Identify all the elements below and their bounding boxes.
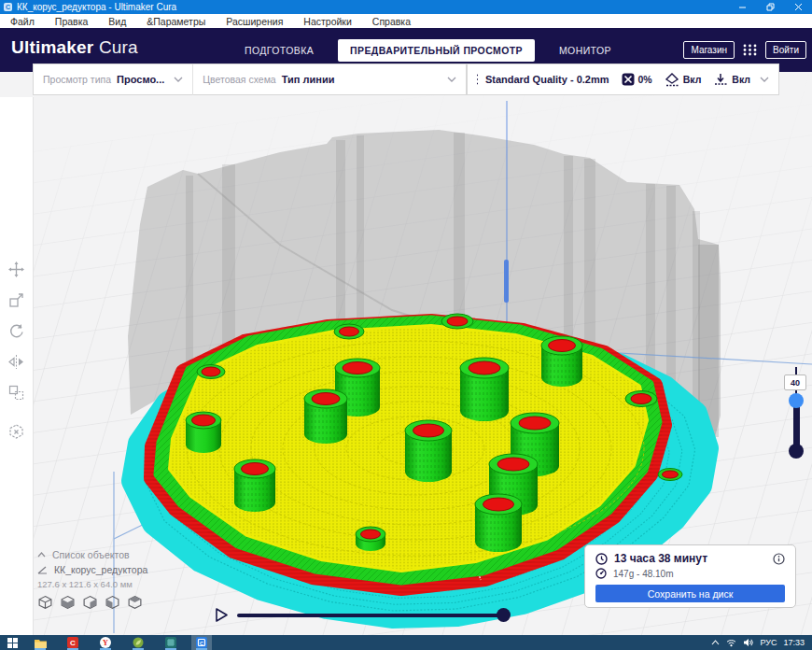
taskbar-explorer[interactable] [30,635,50,650]
minimize-icon [738,3,747,11]
window-title: КК_корус_редуктора - Ultimaker Cura [17,2,176,12]
apps-grid-icon[interactable] [742,42,758,58]
color-scheme-dropdown[interactable]: Тип линии [282,74,335,85]
view-left-icon[interactable] [105,595,120,611]
simulation-slider-handle[interactable] [497,608,511,622]
view-3d-icon[interactable] [37,595,53,611]
support-blocker-icon[interactable] [8,424,24,440]
object-list-panel: Список объектов КК_корус_редуктора 127.6… [37,549,147,611]
support-setting: Вкл [665,73,702,87]
menu-extensions[interactable]: Расширения [216,16,293,27]
infill-setting: 0% [622,73,652,86]
material-usage: 147g - 48.10m [613,569,674,579]
adhesion-value: Вкл [732,74,750,85]
color-scheme-label: Цветовая схема [203,74,275,85]
support-value: Вкл [683,74,702,85]
menu-file[interactable]: Файл [0,16,45,27]
chevron-down-icon [760,77,769,82]
svg-text:C: C [70,639,76,647]
info-icon[interactable] [773,553,785,565]
view-top-icon[interactable] [82,595,98,611]
camera-view-buttons [37,595,147,611]
menu-view[interactable]: Вид [98,16,136,27]
play-button[interactable] [215,607,229,623]
left-tool-strip [0,97,34,635]
view-toolbar: Просмотр типа Просмо... Цветовая схема Т… [33,64,467,95]
print-duration: 13 часа 38 минут [614,552,707,565]
per-model-settings-icon[interactable] [8,385,24,401]
taskbar-app-teal[interactable] [161,635,181,650]
infill-icon [622,73,635,86]
tray-expand-icon[interactable] [711,640,720,645]
volume-icon[interactable] [743,638,753,647]
menu-help[interactable]: Справка [362,16,421,27]
minimize-button[interactable] [728,0,756,14]
infill-value: 0% [638,74,652,85]
chevron-down-icon [447,77,456,82]
scale-tool-icon[interactable] [8,292,24,308]
brand-logo: Ultimaker Cura [11,37,138,58]
yandex-browser-icon: Y [100,637,111,648]
clock-icon [595,553,608,565]
view-type-dropdown[interactable]: Просмо... [117,74,164,85]
taskbar-cura[interactable]: C [191,635,212,650]
object-dimensions: 127.6 x 121.6 x 64.0 мм [37,579,147,589]
object-list-item[interactable]: КК_корус_редуктора [37,564,147,575]
z-axis-handle [504,260,509,303]
tab-preview[interactable]: ПРЕДВАРИТЕЛЬНЫЙ ПРОСМОТР [338,39,535,62]
brand-light: Cura [99,37,138,57]
support-icon [665,73,679,87]
folder-icon [35,638,47,648]
print-settings-panel[interactable]: Standard Quality - 0.2mm 0% Вкл Вкл [467,64,779,95]
chevron-down-icon [174,77,183,82]
tab-prepare[interactable]: ПОДГОТОВКА [245,45,314,56]
object-list-label: Список объектов [52,549,130,560]
teal-grid-app-icon [165,637,176,648]
save-to-disk-button[interactable]: Сохранить на диск [595,585,785,602]
menu-edit[interactable]: Правка [45,16,98,27]
signin-button[interactable]: Войти [765,41,806,59]
taskbar-yandex-browser[interactable]: Y [95,635,116,650]
adhesion-icon [713,73,728,87]
network-wifi-icon[interactable] [726,639,736,647]
menu-parameters[interactable]: &Параметры [136,16,216,27]
layer-value-tooltip: 40 [784,374,806,390]
svg-text:Y: Y [103,639,108,647]
view-right-icon[interactable] [127,595,143,611]
rotate-tool-icon[interactable] [8,323,24,339]
restore-button[interactable] [756,0,784,14]
red-c-app-icon: C [67,637,78,648]
chevron-up-icon [37,552,46,558]
layer-slider-top-handle[interactable] [789,393,804,408]
layer-value: 40 [791,378,800,388]
close-button[interactable] [784,0,812,14]
material-spool-icon [595,568,607,579]
sliders-icon [477,72,478,87]
taskbar-app-red[interactable]: C [63,635,83,650]
front-rim-boss [356,527,385,551]
start-button[interactable] [2,635,22,650]
language-indicator[interactable]: РУС [760,638,777,647]
divider [192,64,193,95]
simulation-slider-track[interactable] [237,614,506,617]
move-tool-icon[interactable] [8,261,24,277]
object-list-header[interactable]: Список объектов [37,549,147,560]
layer-slider-bottom-handle[interactable] [789,444,804,459]
marketplace-button[interactable]: Магазин [683,41,735,59]
taskbar-app-green[interactable] [128,635,148,650]
system-tray: РУС 17:33 [711,638,805,647]
green-leaf-app-icon [133,637,144,648]
tab-monitor[interactable]: МОНИТОР [559,45,611,56]
mirror-tool-icon[interactable] [8,354,24,370]
app-icon: C [4,3,12,11]
cura-window: C КК_корус_редуктора - Ultimaker Cura Фа… [0,0,812,650]
svg-text:C: C [200,641,203,646]
cura-app-icon: C [196,637,207,648]
object-name: КК_корус_редуктора [54,564,147,575]
close-icon [794,3,803,11]
menu-preferences[interactable]: Настройки [293,16,362,27]
menu-bar: Файл Правка Вид &Параметры Расширения На… [0,14,812,28]
taskbar-clock[interactable]: 17:33 [783,638,805,647]
view-front-icon[interactable] [60,595,76,611]
brand-bold: Ultimaker [11,37,93,57]
